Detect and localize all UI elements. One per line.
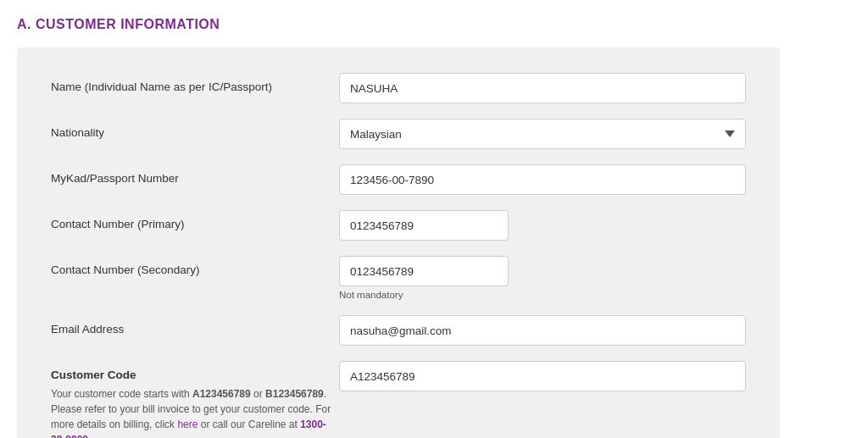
form-container: Name (Individual Name as per IC/Passport… — [17, 47, 780, 438]
not-mandatory-note: Not mandatory — [339, 290, 746, 300]
mykad-label: MyKad/Passport Number — [51, 164, 339, 187]
nationality-row: Nationality Malaysian Non-Malaysian — [51, 119, 746, 149]
contact-secondary-label: Contact Number (Secondary) — [51, 256, 339, 279]
nationality-select[interactable]: Malaysian Non-Malaysian — [339, 119, 746, 149]
customer-code-input-wrap — [339, 361, 746, 391]
email-row: Email Address — [51, 315, 746, 346]
section-title: A. CUSTOMER INFORMATION — [17, 17, 851, 32]
contact-secondary-input-wrap: Not mandatory — [339, 256, 746, 300]
nationality-input-wrap: Malaysian Non-Malaysian — [339, 119, 746, 149]
customer-code-row: Customer Code Your customer code starts … — [51, 361, 746, 438]
email-input-wrap — [339, 315, 746, 346]
contact-primary-row: Contact Number (Primary) — [51, 210, 746, 241]
customer-code-here-link[interactable]: here — [177, 419, 198, 430]
customer-code-sub4: or call our Careline at — [198, 419, 300, 430]
contact-primary-input[interactable] — [339, 210, 509, 241]
customer-code-label: Customer Code Your customer code starts … — [51, 361, 339, 438]
contact-primary-input-wrap — [339, 210, 746, 241]
customer-code-sub5: . — [88, 434, 91, 438]
customer-code-bold2: B123456789 — [265, 388, 324, 400]
contact-secondary-input[interactable] — [339, 256, 509, 286]
customer-code-sub2: or — [251, 388, 265, 400]
name-input-wrap — [339, 73, 746, 103]
name-label: Name (Individual Name as per IC/Passport… — [51, 73, 339, 96]
contact-primary-label: Contact Number (Primary) — [51, 210, 339, 233]
email-label: Email Address — [51, 315, 339, 338]
mykad-row: MyKad/Passport Number — [51, 164, 746, 195]
mykad-input-wrap — [339, 164, 746, 195]
contact-secondary-row: Contact Number (Secondary) Not mandatory — [51, 256, 746, 300]
email-input[interactable] — [339, 315, 746, 346]
name-input[interactable] — [339, 73, 746, 103]
nationality-label: Nationality — [51, 119, 339, 141]
customer-code-bold1: A123456789 — [192, 388, 251, 400]
name-row: Name (Individual Name as per IC/Passport… — [51, 73, 746, 103]
customer-code-sub1: Your customer code starts with — [51, 388, 192, 400]
customer-code-input[interactable] — [339, 361, 746, 391]
mykad-input[interactable] — [339, 164, 746, 195]
